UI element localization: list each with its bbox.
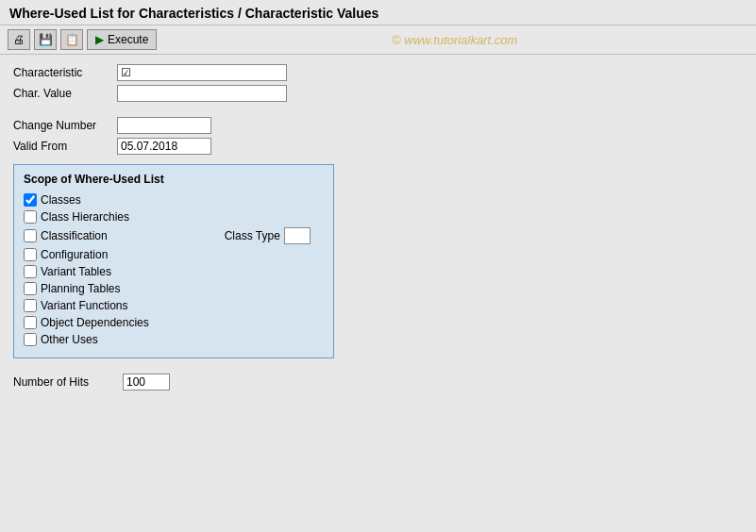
classification-row: Classification Class Type [24,227,324,244]
variant-tables-row: Variant Tables [24,265,324,278]
object-dependencies-label: Object Dependencies [41,316,149,329]
execute-button[interactable]: ▶ Execute [87,29,157,50]
object-dependencies-checkbox[interactable] [24,316,37,329]
class-hierarchies-label: Class Hierarchies [41,210,129,224]
valid-from-label: Valid From [13,140,117,153]
other-uses-checkbox[interactable] [24,333,37,346]
characteristic-row: Characteristic [13,64,743,81]
main-content: Characteristic Char. Value Change Number… [0,55,756,532]
hits-label: Number of Hits [13,375,117,389]
class-type-input[interactable] [284,227,311,244]
classification-checkbox[interactable] [24,229,37,242]
classes-row: Classes [24,193,324,207]
variant-tables-checkbox[interactable] [24,265,37,278]
scope-title: Scope of Where-Used List [24,173,324,186]
change-number-row: Change Number [13,117,743,134]
class-hierarchies-row: Class Hierarchies [24,210,324,224]
class-hierarchies-checkbox[interactable] [24,210,37,224]
classes-checkbox[interactable] [24,193,37,207]
page-title: Where-Used List for Characteristics / Ch… [9,6,747,21]
toolbar: 🖨 💾 📋 ▶ Execute © www.tutorialkart.com [0,25,756,55]
other-uses-row: Other Uses [24,333,324,346]
valid-from-input[interactable] [117,138,211,155]
variant-functions-label: Variant Functions [41,299,128,312]
main-window: Where-Used List for Characteristics / Ch… [0,0,756,532]
classes-label: Classes [41,193,81,207]
scope-box: Scope of Where-Used List Classes Class H… [13,164,334,358]
configuration-checkbox[interactable] [24,248,37,261]
save-button[interactable]: 💾 [34,29,57,50]
print-button[interactable]: 🖨 [8,29,30,50]
planning-tables-label: Planning Tables [41,282,121,295]
valid-from-row: Valid From [13,138,743,155]
variant-functions-checkbox[interactable] [24,299,37,312]
char-value-row: Char. Value [13,85,743,102]
object-dependencies-row: Object Dependencies [24,316,324,329]
hits-input[interactable] [123,374,170,391]
print-icon: 🖨 [13,33,25,46]
classification-label: Classification [41,229,108,242]
clipboard-button[interactable]: 📋 [60,29,83,50]
class-type-label: Class Type [225,229,280,242]
change-number-input[interactable] [117,117,211,134]
configuration-label: Configuration [41,248,108,261]
save-icon: 💾 [39,33,53,46]
change-number-label: Change Number [13,119,117,132]
variant-functions-row: Variant Functions [24,299,324,312]
char-value-input[interactable] [117,85,287,102]
characteristic-input[interactable] [117,64,287,81]
variant-tables-label: Variant Tables [41,265,111,278]
title-bar: Where-Used List for Characteristics / Ch… [0,0,756,25]
watermark: © www.tutorialkart.com [160,33,748,47]
planning-tables-checkbox[interactable] [24,282,37,295]
other-uses-label: Other Uses [41,333,98,346]
execute-label: Execute [108,33,148,46]
configuration-row: Configuration [24,248,324,261]
hits-row: Number of Hits [13,374,743,391]
clipboard-icon: 📋 [65,33,79,46]
char-value-label: Char. Value [13,87,117,100]
execute-icon: ▶ [95,33,104,46]
planning-tables-row: Planning Tables [24,282,324,295]
characteristic-label: Characteristic [13,66,117,79]
